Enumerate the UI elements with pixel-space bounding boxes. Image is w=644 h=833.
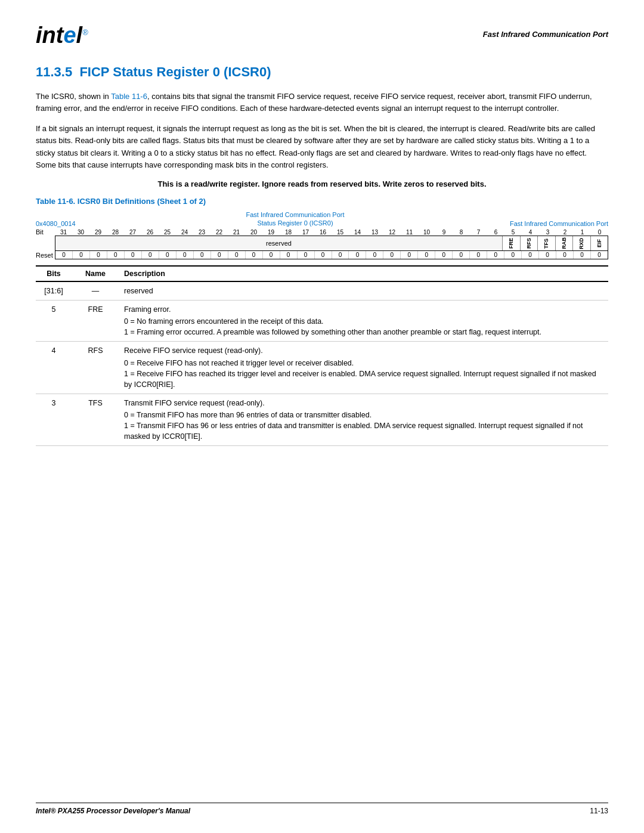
reg-address: 0x4080_0014 xyxy=(36,220,101,227)
name-cell: — xyxy=(72,281,119,301)
rxd-cell: RXD xyxy=(573,236,591,250)
footer-right: 11-13 xyxy=(590,807,608,815)
bits-cell: 5 xyxy=(36,301,72,342)
bits-cell: 4 xyxy=(36,342,72,394)
reserved-cell: reserved xyxy=(55,236,503,250)
register-cells: reserved FRE RFS TFS RAB RXD EIF xyxy=(55,236,608,251)
desc-cell: reserved xyxy=(119,281,608,301)
desc-title: Receive FIFO service request (read-only)… xyxy=(124,345,603,356)
table-header-row: Bits Name Description xyxy=(36,266,608,281)
desc-title: Framing error. xyxy=(124,304,603,315)
reset-row: Reset 0 0 0 0 0 0 0 0 0 0 0 0 0 0 0 0 0 … xyxy=(36,251,608,259)
table-title: Table 11-6. ICSR0 Bit Definitions (Sheet… xyxy=(36,197,608,206)
name-cell: TFS xyxy=(72,394,119,446)
eif-cell: EIF xyxy=(591,236,608,250)
bold-notice: This is a read/write register. Ignore re… xyxy=(36,179,608,188)
desc-cell: Receive FIFO service request (read-only)… xyxy=(119,342,608,394)
desc-cell: Transmit FIFO service request (read-only… xyxy=(119,394,608,446)
header-title: Fast Infrared Communication Port xyxy=(483,24,608,39)
bit-numbers: 31 30 29 28 27 26 25 24 23 22 21 20 19 1… xyxy=(55,229,608,236)
rfs-cell: RFS xyxy=(521,236,538,250)
empty-label xyxy=(36,236,55,251)
desc-line-0: 0 = Receive FIFO has not reached it trig… xyxy=(124,358,603,368)
col-header-description: Description xyxy=(119,266,608,281)
bit-label: Bit xyxy=(36,228,55,236)
bits-cell: [31:6] xyxy=(36,281,72,301)
reset-cells: 0 0 0 0 0 0 0 0 0 0 0 0 0 0 0 0 0 0 0 0 xyxy=(55,251,608,259)
desc-line-1: 1 = Transmit FIFO has 96 or less entries… xyxy=(124,420,603,442)
desc-cell: Framing error. 0 = No framing errors enc… xyxy=(119,301,608,342)
logo-text: intel xyxy=(36,23,82,48)
reg-center-title: Fast Infrared Communication Port Status … xyxy=(101,210,489,228)
rab-cell: RAB xyxy=(556,236,574,250)
footer-left: Intel® PXA255 Processor Developer's Manu… xyxy=(36,807,190,815)
name-cell: FRE xyxy=(72,301,119,342)
reg-right-title: Fast Infrared Communication Port xyxy=(489,220,608,227)
desc-title: Transmit FIFO service request (read-only… xyxy=(124,398,603,408)
page-header: intel® Fast Infrared Communication Port xyxy=(36,24,608,47)
reset-label: Reset xyxy=(36,252,55,259)
table-row: 5 FRE Framing error. 0 = No framing erro… xyxy=(36,301,608,342)
section-title: 11.3.5 FICP Status Register 0 (ICSR0) xyxy=(36,64,608,80)
definition-table: Bits Name Description [31:6] — reserved … xyxy=(36,265,608,447)
table-row: 3 TFS Transmit FIFO service request (rea… xyxy=(36,394,608,446)
table-link[interactable]: Table 11-6 xyxy=(111,92,147,101)
fre-cell: FRE xyxy=(503,236,521,250)
desc-line-1: 1 = Framing error occurred. A preamble w… xyxy=(124,327,603,337)
col-header-bits: Bits xyxy=(36,266,72,281)
desc-line-0: 0 = No framing errors encountered in the… xyxy=(124,316,603,327)
body-paragraph-2: If a bit signals an interrupt request, i… xyxy=(36,123,608,171)
col-header-name: Name xyxy=(72,266,119,281)
table-row: [31:6] — reserved xyxy=(36,281,608,301)
register-diagram: 0x4080_0014 Fast Infrared Communication … xyxy=(36,210,608,259)
desc-line-1: 1 = Receive FIFO has reached its trigger… xyxy=(124,368,603,390)
desc-line-0: 0 = Transmit FIFO has more than 96 entri… xyxy=(124,410,603,420)
tfs-cell: TFS xyxy=(538,236,556,250)
body-paragraph-1: The ICSR0, shown in Table 11-6, contains… xyxy=(36,91,608,114)
intel-logo: intel® xyxy=(36,24,88,47)
bit-numbers-row: Bit 31 30 29 28 27 26 25 24 23 22 21 20 … xyxy=(36,228,608,236)
page-footer: Intel® PXA255 Processor Developer's Manu… xyxy=(36,803,608,815)
reg-header-row: 0x4080_0014 Fast Infrared Communication … xyxy=(36,210,608,228)
name-cell: RFS xyxy=(72,342,119,394)
logo-registered: ® xyxy=(82,28,88,37)
register-row: reserved FRE RFS TFS RAB RXD EIF xyxy=(36,236,608,251)
bits-cell: 3 xyxy=(36,394,72,446)
table-row: 4 RFS Receive FIFO service request (read… xyxy=(36,342,608,394)
